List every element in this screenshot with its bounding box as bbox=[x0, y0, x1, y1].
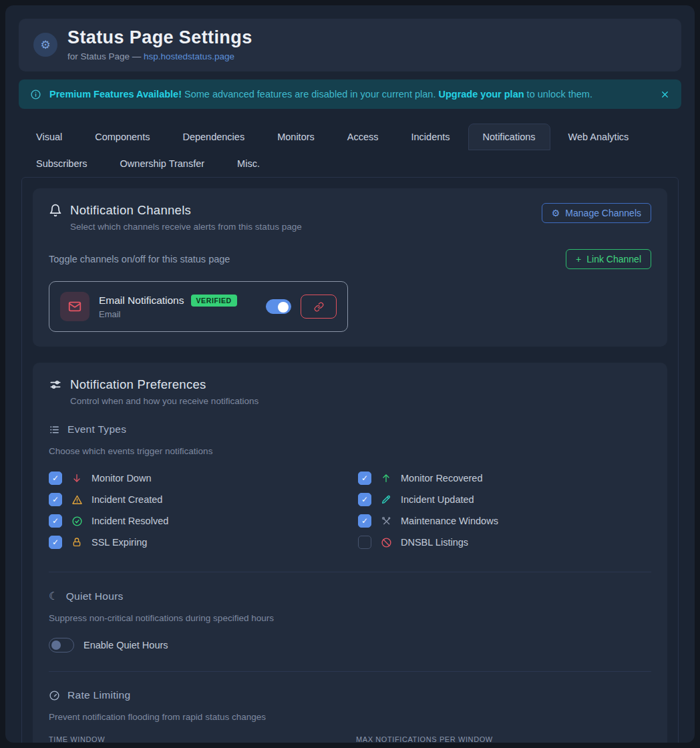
event-type-monitor-down[interactable]: ✓ Monitor Down bbox=[49, 472, 342, 485]
bell-icon bbox=[49, 204, 62, 217]
toggle-knob bbox=[51, 640, 61, 650]
tab-ownership-transfer[interactable]: Ownership Transfer bbox=[106, 150, 220, 177]
event-types-title: Event Types bbox=[67, 423, 126, 435]
checkbox[interactable]: ✓ bbox=[358, 472, 371, 485]
page-subtitle: for Status Page — hsp.hostedstatus.page bbox=[67, 51, 252, 61]
event-type-monitor-recovered[interactable]: ✓ Monitor Recovered bbox=[358, 472, 651, 485]
info-icon bbox=[30, 89, 41, 100]
preferences-title: Notification Preferences bbox=[70, 377, 206, 392]
quiet-hours-toggle-row: Enable Quiet Hours bbox=[49, 638, 651, 652]
checkbox[interactable]: ✓ bbox=[49, 514, 62, 528]
verified-badge: VERIFIED bbox=[191, 295, 237, 307]
tab-notifications[interactable]: Notifications bbox=[468, 124, 550, 150]
checkbox[interactable]: ✓ bbox=[358, 493, 371, 506]
channels-heading: Notification Channels Select which chann… bbox=[49, 203, 302, 232]
tab-monitors[interactable]: Monitors bbox=[262, 124, 329, 150]
channels-title: Notification Channels bbox=[70, 203, 191, 218]
tab-components[interactable]: Components bbox=[80, 124, 164, 150]
check-icon: ✓ bbox=[52, 495, 59, 504]
email-channel-toggle[interactable] bbox=[266, 299, 291, 314]
max-notifications-label: MAX NOTIFICATIONS PER WINDOW bbox=[356, 735, 651, 743]
tab-subscribers[interactable]: Subscribers bbox=[21, 150, 102, 177]
event-types-subtitle: Choose which events trigger notification… bbox=[49, 446, 651, 456]
time-window-label: TIME WINDOW bbox=[49, 735, 344, 743]
email-channel-card: Email Notifications VERIFIED Email bbox=[49, 281, 348, 332]
warning-triangle-icon bbox=[70, 494, 83, 506]
page-subtitle-prefix: for Status Page — bbox=[67, 51, 144, 61]
event-type-incident-created[interactable]: ✓ Incident Created bbox=[49, 493, 342, 506]
check-icon: ✓ bbox=[52, 538, 59, 547]
event-type-label: Monitor Down bbox=[92, 473, 151, 484]
time-window-field: TIME WINDOW 15 minutes bbox=[49, 735, 344, 743]
channels-subtitle: Select which channels receive alerts fro… bbox=[70, 222, 302, 232]
status-page-settings-app: ⚙ Status Page Settings for Status Page —… bbox=[5, 5, 695, 743]
quiet-hours-subtitle: Suppress non-critical notifications duri… bbox=[49, 613, 651, 623]
event-type-label: DNSBL Listings bbox=[401, 537, 468, 548]
close-icon bbox=[660, 89, 670, 100]
event-type-incident-resolved[interactable]: ✓ Incident Resolved bbox=[49, 514, 342, 528]
checkbox[interactable]: ✓ bbox=[49, 536, 62, 549]
lock-icon bbox=[70, 537, 83, 548]
event-types-grid: ✓ Monitor Down ✓ Incident Created ✓ Inci… bbox=[49, 467, 651, 553]
channel-name: Email Notifications bbox=[99, 295, 184, 307]
gauge-icon bbox=[49, 690, 60, 701]
quiet-hours-title: Quiet Hours bbox=[66, 590, 124, 602]
checkbox[interactable]: ✓ bbox=[49, 493, 62, 506]
premium-banner-suffix: to unlock them. bbox=[524, 89, 592, 100]
event-type-label: Incident Updated bbox=[401, 494, 474, 505]
event-type-label: Incident Resolved bbox=[92, 516, 168, 526]
notification-channels-card: Notification Channels Select which chann… bbox=[33, 188, 667, 347]
settings-tabs: Visual Components Dependencies Monitors … bbox=[21, 124, 679, 177]
tab-visual[interactable]: Visual bbox=[21, 124, 77, 150]
check-icon: ✓ bbox=[52, 474, 59, 483]
pencil-icon bbox=[379, 494, 393, 505]
upgrade-plan-link[interactable]: Upgrade your plan bbox=[438, 89, 524, 100]
checklist-icon bbox=[49, 424, 60, 435]
check-icon: ✓ bbox=[52, 516, 59, 526]
arrow-up-icon bbox=[379, 473, 393, 484]
preferences-subtitle: Control when and how you receive notific… bbox=[70, 396, 651, 406]
checkbox[interactable]: ✓ bbox=[49, 472, 62, 485]
status-page-domain-link[interactable]: hsp.hostedstatus.page bbox=[144, 51, 234, 61]
gear-icon: ⚙ bbox=[552, 208, 560, 218]
event-type-ssl-expiring[interactable]: ✓ SSL Expiring bbox=[49, 536, 342, 549]
rate-limiting-form: TIME WINDOW 15 minutes MAX NOTIFICATIONS… bbox=[49, 735, 651, 743]
envelope-icon bbox=[60, 292, 90, 321]
event-type-label: Incident Created bbox=[92, 494, 162, 505]
banner-close-button[interactable] bbox=[660, 89, 670, 100]
checkbox[interactable]: ✓ bbox=[358, 536, 371, 549]
rate-limiting-heading: Rate Limiting bbox=[49, 689, 651, 701]
toggle-knob bbox=[278, 302, 289, 313]
unlink-channel-button[interactable] bbox=[301, 295, 337, 319]
plus-icon: + bbox=[576, 254, 581, 264]
moon-icon: ☾ bbox=[49, 590, 59, 602]
event-type-maintenance-windows[interactable]: ✓ Maintenance Windows bbox=[358, 514, 651, 528]
event-types-heading: Event Types bbox=[49, 423, 651, 435]
notifications-panel: Notification Channels Select which chann… bbox=[21, 177, 679, 743]
tab-misc[interactable]: Misc. bbox=[222, 150, 275, 177]
event-type-label: Monitor Recovered bbox=[401, 473, 483, 484]
channel-info: Email Notifications VERIFIED Email bbox=[99, 295, 237, 319]
sliders-icon bbox=[49, 378, 62, 391]
quiet-hours-toggle[interactable] bbox=[49, 638, 74, 652]
page-title: Status Page Settings bbox=[67, 27, 252, 48]
event-type-label: Maintenance Windows bbox=[401, 516, 498, 526]
max-notifications-field: MAX NOTIFICATIONS PER WINDOW bbox=[356, 735, 651, 743]
premium-banner-text: Premium Features Available! Some advance… bbox=[49, 89, 592, 100]
tab-dependencies[interactable]: Dependencies bbox=[168, 124, 259, 150]
section-divider bbox=[49, 572, 651, 572]
event-type-dnsbl-listings[interactable]: ✓ DNSBL Listings bbox=[358, 536, 651, 549]
toggle-channels-hint: Toggle channels on/off for this status p… bbox=[49, 254, 230, 264]
tab-incidents[interactable]: Incidents bbox=[397, 124, 465, 150]
link-channel-button[interactable]: + Link Channel bbox=[566, 249, 651, 269]
event-type-incident-updated[interactable]: ✓ Incident Updated bbox=[358, 493, 651, 506]
tools-icon bbox=[379, 516, 393, 526]
tab-access[interactable]: Access bbox=[333, 124, 393, 150]
tab-web-analytics[interactable]: Web Analytics bbox=[554, 124, 644, 150]
manage-channels-button[interactable]: ⚙ Manage Channels bbox=[542, 203, 651, 223]
quiet-hours-toggle-label: Enable Quiet Hours bbox=[83, 640, 168, 650]
premium-banner-body: Some advanced features are disabled in y… bbox=[182, 89, 438, 100]
event-type-label: SSL Expiring bbox=[92, 537, 147, 548]
checkbox[interactable]: ✓ bbox=[358, 514, 371, 528]
check-icon: ✓ bbox=[361, 495, 368, 504]
